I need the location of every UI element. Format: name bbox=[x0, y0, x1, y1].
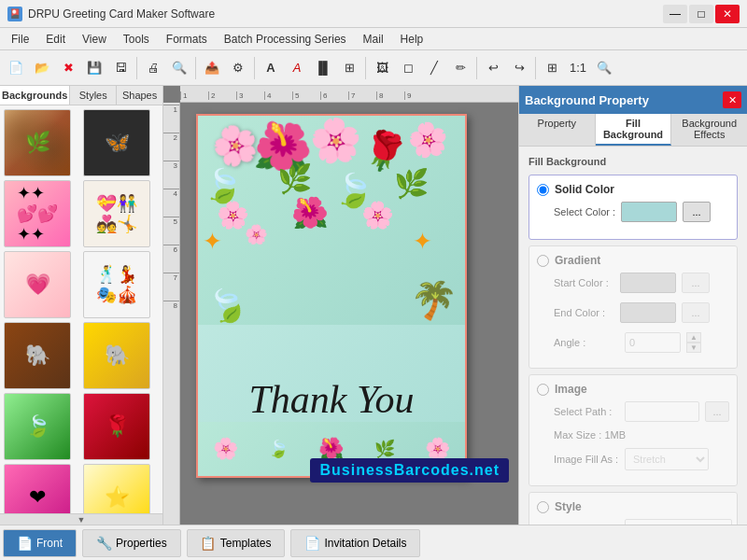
image-radio[interactable] bbox=[537, 384, 549, 396]
zoom-fit-button[interactable]: 1:1 bbox=[566, 56, 590, 80]
redo-button[interactable]: ↪ bbox=[507, 56, 531, 80]
save-button[interactable]: 💾 bbox=[82, 56, 106, 80]
background-thumb-12[interactable]: ⭐ bbox=[83, 464, 150, 513]
canvas-area: 1 2 3 4 5 6 7 8 9 1 2 3 4 5 6 7 8 bbox=[163, 86, 518, 525]
image-radio-row: Image bbox=[537, 383, 729, 396]
solid-color-label: Solid Color bbox=[555, 183, 614, 196]
solid-color-radio[interactable] bbox=[537, 184, 549, 196]
menu-help[interactable]: Help bbox=[393, 31, 431, 48]
image-fill-select: Stretch bbox=[625, 448, 709, 470]
color-browse-button[interactable]: ... bbox=[683, 202, 711, 222]
background-thumb-1[interactable]: 🌿 bbox=[4, 109, 71, 176]
window-controls: — □ ✕ bbox=[663, 5, 740, 23]
end-color-label: End Color : bbox=[554, 307, 614, 318]
shape-button[interactable]: ◻ bbox=[396, 56, 420, 80]
tab-styles[interactable]: Styles bbox=[70, 86, 117, 105]
background-thumb-4[interactable]: 💝👫💑🤸 bbox=[83, 180, 150, 247]
menu-formats[interactable]: Formats bbox=[159, 31, 215, 48]
fill-style-select: DarkDownwardDiagona bbox=[625, 519, 732, 525]
left-panel-content: 🌿 🦋 ✦✦💕💕✦✦ 💝👫💑🤸 💗 🕺💃🎭🎪 bbox=[0, 105, 162, 513]
separator-6 bbox=[535, 57, 536, 79]
templates-label: Templates bbox=[220, 537, 272, 550]
background-thumb-11[interactable]: ❤ bbox=[4, 464, 71, 513]
toolbar: 📄 📂 ✖ 💾 🖫 🖨 🔍 📤 ⚙ A A ▐▌ ⊞ 🖼 ◻ ╱ ✏ ↩ ↪ ⊞… bbox=[0, 50, 747, 86]
bottom-tab-properties[interactable]: 🔧 Properties bbox=[82, 529, 181, 557]
tab-fill-background[interactable]: Fill Background bbox=[596, 114, 672, 146]
angle-up: ▲ bbox=[686, 332, 701, 343]
tab-property[interactable]: Property bbox=[519, 114, 596, 146]
menu-tools[interactable]: Tools bbox=[116, 31, 157, 48]
qr-button[interactable]: ⊞ bbox=[337, 56, 361, 80]
close-button[interactable]: ✕ bbox=[715, 5, 740, 23]
print-button[interactable]: 🖨 bbox=[141, 56, 165, 80]
separator-5 bbox=[476, 57, 477, 79]
style-group: Style Fill Style : DarkDownwardDiagona bbox=[529, 492, 738, 525]
background-thumb-7[interactable]: 🐘 bbox=[4, 322, 71, 389]
menu-mail[interactable]: Mail bbox=[356, 31, 391, 48]
templates-icon: 📋 bbox=[201, 536, 216, 551]
select-path-label: Select Path : bbox=[554, 406, 619, 417]
max-size-label: Max Size : 1MB bbox=[554, 429, 626, 441]
image-button[interactable]: 🖼 bbox=[370, 56, 394, 80]
align-button[interactable]: ⊞ bbox=[540, 56, 564, 80]
separator-1 bbox=[136, 57, 137, 79]
menu-edit[interactable]: Edit bbox=[38, 31, 73, 48]
background-thumb-6[interactable]: 🕺💃🎭🎪 bbox=[83, 251, 150, 318]
color-swatch-end bbox=[620, 302, 676, 323]
text-button[interactable]: A bbox=[259, 56, 283, 80]
solid-color-radio-row: Solid Color bbox=[537, 183, 729, 196]
bottom-tab-front[interactable]: 📄 Front bbox=[3, 529, 77, 557]
tab-backgrounds[interactable]: Backgrounds bbox=[0, 86, 70, 105]
save-as-button[interactable]: 🖫 bbox=[108, 56, 133, 80]
pen-button[interactable]: ✏ bbox=[448, 56, 472, 80]
color-swatch-solid[interactable] bbox=[621, 202, 677, 222]
angle-down: ▼ bbox=[686, 343, 701, 353]
batch-button[interactable]: ⚙ bbox=[226, 56, 250, 80]
right-tab-bar: Property Fill Background Background Effe… bbox=[519, 114, 747, 147]
minimize-button[interactable]: — bbox=[663, 5, 687, 23]
menu-file[interactable]: File bbox=[4, 31, 36, 48]
background-thumb-5[interactable]: 💗 bbox=[4, 251, 71, 318]
start-color-label: Start Color : bbox=[554, 277, 614, 288]
angle-input bbox=[625, 332, 681, 353]
fill-background-title: Fill Background bbox=[529, 156, 738, 167]
style-radio[interactable] bbox=[537, 501, 549, 513]
print-preview-button[interactable]: 🔍 bbox=[167, 56, 191, 80]
menu-batch[interactable]: Batch Processing Series bbox=[217, 31, 354, 48]
zoom-button[interactable]: 🔍 bbox=[592, 56, 616, 80]
undo-button[interactable]: ↩ bbox=[481, 56, 505, 80]
angle-label: Angle : bbox=[554, 337, 619, 348]
panel-title: Background Property bbox=[525, 93, 649, 107]
color-swatch-start bbox=[620, 273, 676, 293]
background-thumb-9[interactable]: 🍃 bbox=[4, 393, 71, 460]
export-button[interactable]: 📤 bbox=[200, 56, 224, 80]
left-panel: Backgrounds Styles Shapes 🌿 🦋 ✦✦💕💕✦✦ 💝👫💑… bbox=[0, 86, 163, 525]
background-thumb-3[interactable]: ✦✦💕💕✦✦ bbox=[4, 180, 71, 247]
tab-shapes[interactable]: Shapes bbox=[117, 86, 162, 105]
left-tab-bar: Backgrounds Styles Shapes bbox=[0, 86, 162, 105]
new-button[interactable]: 📄 bbox=[4, 56, 28, 80]
select-color-row: Select Color : ... bbox=[537, 202, 729, 222]
end-color-browse-button: ... bbox=[682, 302, 710, 323]
invitation-label: Invitation Details bbox=[324, 537, 406, 550]
select-path-row: Select Path : ... bbox=[537, 401, 729, 422]
tab-background-effects[interactable]: Background Effects bbox=[671, 114, 747, 146]
close-panel-button[interactable]: ✕ bbox=[723, 91, 741, 108]
menu-view[interactable]: View bbox=[75, 31, 114, 48]
maximize-button[interactable]: □ bbox=[689, 5, 713, 23]
properties-label: Properties bbox=[116, 537, 167, 550]
gradient-radio[interactable] bbox=[537, 255, 549, 267]
scroll-down[interactable]: ▼ bbox=[0, 513, 162, 525]
delete-button[interactable]: ✖ bbox=[56, 56, 80, 80]
line-button[interactable]: ╱ bbox=[422, 56, 446, 80]
open-button[interactable]: 📂 bbox=[30, 56, 54, 80]
bottom-tab-invitation[interactable]: 📄 Invitation Details bbox=[290, 529, 420, 557]
background-thumb-2[interactable]: 🦋 bbox=[83, 109, 150, 176]
barcode-button[interactable]: ▐▌ bbox=[311, 56, 335, 80]
gradient-label: Gradient bbox=[555, 254, 600, 267]
watermark: BusinessBarcodes.net bbox=[310, 458, 509, 483]
bottom-tab-templates[interactable]: 📋 Templates bbox=[187, 529, 286, 557]
wordart-button[interactable]: A bbox=[285, 56, 309, 80]
background-thumb-10[interactable]: 🌹 bbox=[83, 393, 150, 460]
background-thumb-8[interactable]: 🐘 bbox=[83, 322, 150, 389]
